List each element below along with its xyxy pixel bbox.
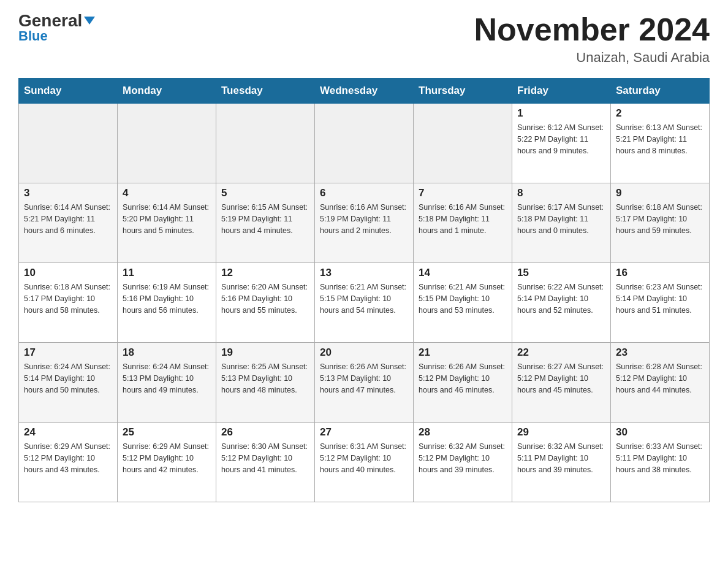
calendar-cell: 26Sunrise: 6:30 AM Sunset: 5:12 PM Dayli…: [216, 423, 315, 502]
calendar-week-row: 24Sunrise: 6:29 AM Sunset: 5:12 PM Dayli…: [19, 423, 710, 502]
day-info: Sunrise: 6:28 AM Sunset: 5:12 PM Dayligh…: [616, 361, 704, 396]
day-number: 29: [517, 426, 605, 439]
day-info: Sunrise: 6:26 AM Sunset: 5:12 PM Dayligh…: [419, 361, 507, 396]
day-info: Sunrise: 6:24 AM Sunset: 5:14 PM Dayligh…: [24, 361, 112, 396]
calendar-week-row: 3Sunrise: 6:14 AM Sunset: 5:21 PM Daylig…: [19, 183, 710, 263]
day-of-week-header: Thursday: [414, 79, 512, 104]
day-info: Sunrise: 6:15 AM Sunset: 5:19 PM Dayligh…: [221, 202, 309, 236]
calendar: SundayMondayTuesdayWednesdayThursdayFrid…: [18, 78, 710, 502]
day-number: 9: [616, 187, 704, 199]
day-number: 2: [616, 107, 704, 120]
calendar-cell: 30Sunrise: 6:33 AM Sunset: 5:11 PM Dayli…: [611, 423, 710, 502]
day-number: 26: [221, 426, 309, 439]
day-info: Sunrise: 6:21 AM Sunset: 5:15 PM Dayligh…: [419, 282, 507, 316]
day-number: 24: [24, 426, 112, 439]
day-info: Sunrise: 6:14 AM Sunset: 5:20 PM Dayligh…: [123, 202, 211, 236]
calendar-cell: [315, 104, 414, 183]
subtitle: Unaizah, Saudi Arabia: [474, 50, 710, 66]
calendar-cell: 23Sunrise: 6:28 AM Sunset: 5:12 PM Dayli…: [611, 343, 710, 423]
day-number: 20: [320, 347, 408, 359]
day-info: Sunrise: 6:14 AM Sunset: 5:21 PM Dayligh…: [24, 202, 112, 236]
day-number: 23: [616, 347, 704, 359]
logo-line2: Blue: [18, 28, 48, 44]
day-info: Sunrise: 6:32 AM Sunset: 5:12 PM Dayligh…: [419, 441, 507, 475]
day-info: Sunrise: 6:19 AM Sunset: 5:16 PM Dayligh…: [123, 282, 211, 316]
calendar-cell: 25Sunrise: 6:29 AM Sunset: 5:12 PM Dayli…: [118, 423, 216, 502]
calendar-cell: 11Sunrise: 6:19 AM Sunset: 5:16 PM Dayli…: [118, 263, 216, 343]
calendar-cell: 24Sunrise: 6:29 AM Sunset: 5:12 PM Dayli…: [19, 423, 118, 502]
day-number: 7: [419, 187, 507, 199]
day-of-week-header: Wednesday: [315, 79, 414, 104]
logo-line1: General: [18, 12, 95, 29]
calendar-cell: 7Sunrise: 6:16 AM Sunset: 5:18 PM Daylig…: [414, 183, 512, 263]
day-info: Sunrise: 6:18 AM Sunset: 5:17 PM Dayligh…: [24, 282, 112, 316]
calendar-cell: 27Sunrise: 6:31 AM Sunset: 5:12 PM Dayli…: [315, 423, 414, 502]
day-number: 15: [517, 267, 605, 279]
day-of-week-header: Saturday: [611, 79, 710, 104]
day-number: 30: [616, 426, 704, 439]
day-number: 6: [320, 187, 408, 199]
calendar-cell: 10Sunrise: 6:18 AM Sunset: 5:17 PM Dayli…: [19, 263, 118, 343]
day-of-week-header: Friday: [512, 79, 611, 104]
day-number: 13: [320, 267, 408, 279]
day-info: Sunrise: 6:24 AM Sunset: 5:13 PM Dayligh…: [123, 361, 211, 396]
calendar-cell: [118, 104, 216, 183]
calendar-cell: 28Sunrise: 6:32 AM Sunset: 5:12 PM Dayli…: [414, 423, 512, 502]
day-info: Sunrise: 6:18 AM Sunset: 5:17 PM Dayligh…: [616, 202, 704, 236]
logo: General Blue: [18, 12, 95, 44]
calendar-cell: 13Sunrise: 6:21 AM Sunset: 5:15 PM Dayli…: [315, 263, 414, 343]
day-info: Sunrise: 6:30 AM Sunset: 5:12 PM Dayligh…: [221, 441, 309, 475]
calendar-week-row: 17Sunrise: 6:24 AM Sunset: 5:14 PM Dayli…: [19, 343, 710, 423]
day-info: Sunrise: 6:13 AM Sunset: 5:21 PM Dayligh…: [616, 122, 704, 156]
calendar-cell: 21Sunrise: 6:26 AM Sunset: 5:12 PM Dayli…: [414, 343, 512, 423]
day-number: 17: [24, 347, 112, 359]
calendar-cell: 20Sunrise: 6:26 AM Sunset: 5:13 PM Dayli…: [315, 343, 414, 423]
title-block: November 2024 Unaizah, Saudi Arabia: [474, 12, 710, 66]
day-of-week-header: Tuesday: [216, 79, 315, 104]
day-number: 22: [517, 347, 605, 359]
day-number: 25: [123, 426, 211, 439]
calendar-header-row: SundayMondayTuesdayWednesdayThursdayFrid…: [19, 79, 710, 104]
day-of-week-header: Sunday: [19, 79, 118, 104]
day-info: Sunrise: 6:29 AM Sunset: 5:12 PM Dayligh…: [24, 441, 112, 475]
day-number: 5: [221, 187, 309, 199]
day-number: 14: [419, 267, 507, 279]
calendar-cell: 18Sunrise: 6:24 AM Sunset: 5:13 PM Dayli…: [118, 343, 216, 423]
calendar-cell: 4Sunrise: 6:14 AM Sunset: 5:20 PM Daylig…: [118, 183, 216, 263]
day-info: Sunrise: 6:27 AM Sunset: 5:12 PM Dayligh…: [517, 361, 605, 396]
day-info: Sunrise: 6:16 AM Sunset: 5:19 PM Dayligh…: [320, 202, 408, 236]
day-info: Sunrise: 6:12 AM Sunset: 5:22 PM Dayligh…: [517, 122, 605, 156]
day-number: 16: [616, 267, 704, 279]
day-number: 28: [419, 426, 507, 439]
day-number: 4: [123, 187, 211, 199]
day-number: 1: [517, 107, 605, 120]
month-title: November 2024: [474, 12, 710, 47]
day-number: 19: [221, 347, 309, 359]
day-info: Sunrise: 6:32 AM Sunset: 5:11 PM Dayligh…: [517, 441, 605, 475]
calendar-week-row: 1Sunrise: 6:12 AM Sunset: 5:22 PM Daylig…: [19, 104, 710, 183]
day-info: Sunrise: 6:16 AM Sunset: 5:18 PM Dayligh…: [419, 202, 507, 236]
calendar-cell: 16Sunrise: 6:23 AM Sunset: 5:14 PM Dayli…: [611, 263, 710, 343]
day-info: Sunrise: 6:29 AM Sunset: 5:12 PM Dayligh…: [123, 441, 211, 475]
calendar-cell: 5Sunrise: 6:15 AM Sunset: 5:19 PM Daylig…: [216, 183, 315, 263]
calendar-cell: 15Sunrise: 6:22 AM Sunset: 5:14 PM Dayli…: [512, 263, 611, 343]
calendar-cell: 3Sunrise: 6:14 AM Sunset: 5:21 PM Daylig…: [19, 183, 118, 263]
calendar-cell: [414, 104, 512, 183]
calendar-week-row: 10Sunrise: 6:18 AM Sunset: 5:17 PM Dayli…: [19, 263, 710, 343]
day-info: Sunrise: 6:26 AM Sunset: 5:13 PM Dayligh…: [320, 361, 408, 396]
calendar-cell: 9Sunrise: 6:18 AM Sunset: 5:17 PM Daylig…: [611, 183, 710, 263]
calendar-cell: 1Sunrise: 6:12 AM Sunset: 5:22 PM Daylig…: [512, 104, 611, 183]
day-info: Sunrise: 6:31 AM Sunset: 5:12 PM Dayligh…: [320, 441, 408, 475]
day-number: 12: [221, 267, 309, 279]
calendar-cell: 12Sunrise: 6:20 AM Sunset: 5:16 PM Dayli…: [216, 263, 315, 343]
day-info: Sunrise: 6:21 AM Sunset: 5:15 PM Dayligh…: [320, 282, 408, 316]
calendar-cell: 29Sunrise: 6:32 AM Sunset: 5:11 PM Dayli…: [512, 423, 611, 502]
day-info: Sunrise: 6:33 AM Sunset: 5:11 PM Dayligh…: [616, 441, 704, 475]
day-number: 18: [123, 347, 211, 359]
calendar-cell: 8Sunrise: 6:17 AM Sunset: 5:18 PM Daylig…: [512, 183, 611, 263]
calendar-cell: 2Sunrise: 6:13 AM Sunset: 5:21 PM Daylig…: [611, 104, 710, 183]
day-number: 11: [123, 267, 211, 279]
day-info: Sunrise: 6:25 AM Sunset: 5:13 PM Dayligh…: [221, 361, 309, 396]
day-info: Sunrise: 6:20 AM Sunset: 5:16 PM Dayligh…: [221, 282, 309, 316]
calendar-cell: [19, 104, 118, 183]
